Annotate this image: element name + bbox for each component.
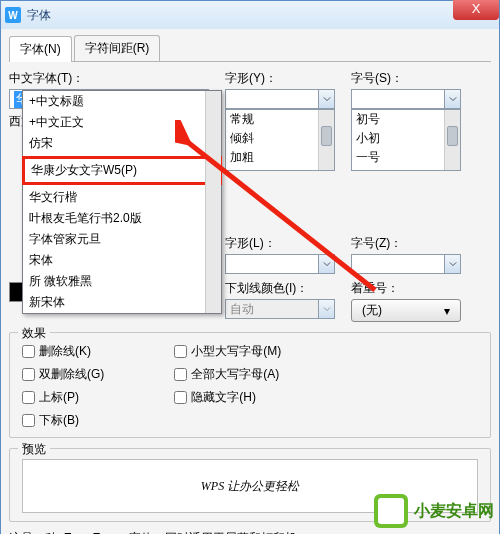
tab-strip: 字体(N) 字符间距(R) (9, 35, 491, 62)
check-label: 删除线(K) (39, 343, 91, 360)
label-shape2: 字形(L)： (225, 235, 335, 252)
tab-font[interactable]: 字体(N) (9, 36, 72, 62)
label-emphasis: 着重号： (351, 280, 461, 297)
check-label: 小型大写字母(M) (191, 343, 281, 360)
check-label: 双删除线(G) (39, 366, 104, 383)
scroll-thumb[interactable] (447, 126, 458, 146)
window-title: 字体 (27, 7, 51, 24)
scrollbar[interactable] (444, 110, 460, 170)
list-item[interactable]: 字体管家元旦 (23, 229, 221, 250)
combo-ulcolor[interactable]: 自动 (225, 299, 335, 319)
label-cn-font: 中文字体(T)： (9, 70, 209, 87)
list-item[interactable]: 叶根友毛笔行书2.0版 (23, 208, 221, 229)
list-item[interactable]: 宋体 (23, 250, 221, 271)
list-item-highlighted[interactable]: 华康少女文字W5(P) (22, 156, 222, 185)
emphasis-button[interactable]: (无)▾ (351, 299, 461, 322)
combo-size2[interactable] (351, 254, 461, 274)
label-shape: 字形(Y)： (225, 70, 335, 87)
list-item[interactable]: 仿宋 (23, 133, 221, 154)
check-label: 下标(B) (39, 412, 79, 429)
check-smallcap[interactable]: 小型大写字母(M) (174, 343, 281, 360)
combo-value: 自动 (230, 301, 254, 318)
list-item[interactable]: +中文标题 (23, 91, 221, 112)
list-item[interactable]: +中文正文 (23, 112, 221, 133)
group-effects: 效果 删除线(K) 双删除线(G) 上标(P) 下标(B) 小型大写字母(M) … (9, 332, 491, 438)
list-item[interactable]: 华文行楷 (23, 187, 221, 208)
check-label: 全部大写字母(A) (191, 366, 279, 383)
label-size2: 字号(Z)： (351, 235, 461, 252)
group-title: 预览 (18, 441, 50, 458)
btn-label: (无) (362, 302, 382, 319)
combo-size[interactable] (351, 89, 461, 109)
close-button[interactable]: X (453, 0, 499, 20)
scrollbar[interactable] (205, 91, 221, 313)
scrollbar[interactable] (318, 110, 334, 170)
check-sub[interactable]: 下标(B) (22, 412, 104, 429)
titlebar: W 字体 X (1, 1, 499, 29)
label-ulcolor: 下划线颜色(I)： (225, 280, 335, 297)
check-hidden[interactable]: 隐藏文字(H) (174, 389, 281, 406)
watermark-icon (374, 494, 408, 528)
list-size[interactable]: 初号 小初 一号 (351, 109, 461, 171)
chevron-down-icon[interactable] (444, 255, 460, 273)
chevron-down-icon[interactable] (318, 300, 334, 318)
list-item[interactable]: 所 微软雅黑 (23, 271, 221, 292)
label-size: 字号(S)： (351, 70, 461, 87)
chevron-down-icon[interactable] (318, 255, 334, 273)
check-label: 隐藏文字(H) (191, 389, 256, 406)
check-sup[interactable]: 上标(P) (22, 389, 104, 406)
combo-shape2[interactable] (225, 254, 335, 274)
watermark: 小麦安卓网 (374, 494, 494, 528)
chevron-down-icon[interactable] (318, 90, 334, 108)
combo-shape[interactable] (225, 89, 335, 109)
watermark-text: 小麦安卓网 (414, 501, 494, 522)
font-description: 这是一种 TrueType 字体，同时适用于屏幕和打印机。 (9, 530, 491, 534)
tab-spacing[interactable]: 字符间距(R) (74, 35, 161, 61)
app-icon: W (5, 7, 21, 23)
cn-font-dropdown[interactable]: +中文标题 +中文正文 仿宋 华康少女文字W5(P) 华文行楷 叶根友毛笔行书2… (22, 90, 222, 314)
check-strike[interactable]: 删除线(K) (22, 343, 104, 360)
group-title: 效果 (18, 325, 50, 342)
check-dblstrike[interactable]: 双删除线(G) (22, 366, 104, 383)
check-label: 上标(P) (39, 389, 79, 406)
list-item[interactable]: 新宋体 (23, 292, 221, 313)
scroll-thumb[interactable] (321, 126, 332, 146)
list-shape[interactable]: 常规 倾斜 加粗 (225, 109, 335, 171)
check-allcap[interactable]: 全部大写字母(A) (174, 366, 281, 383)
chevron-down-icon[interactable] (444, 90, 460, 108)
